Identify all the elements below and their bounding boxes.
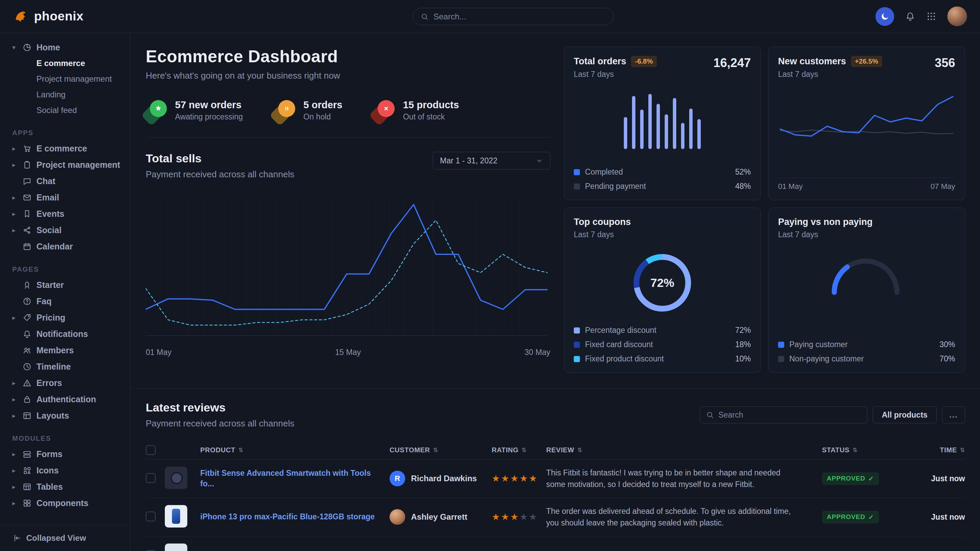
bar bbox=[640, 110, 644, 149]
sidebar-item-calendar[interactable]: Calendar bbox=[0, 238, 130, 254]
sort-icon: ⇅ bbox=[522, 446, 527, 454]
column-header-rating[interactable]: RATING⇅ bbox=[492, 446, 546, 454]
sidebar-item-faq[interactable]: Faq bbox=[0, 293, 130, 310]
total-sells-chart: 01 May15 May30 May bbox=[146, 193, 550, 357]
sidebar-item-label: Layouts bbox=[37, 411, 69, 421]
sidebar-item-label: Events bbox=[37, 209, 64, 219]
sidebar-item-email[interactable]: ▸Email bbox=[0, 189, 130, 206]
sidebar-item-label: Project management bbox=[37, 160, 120, 170]
card-title: Top coupons bbox=[574, 217, 631, 227]
hero-stats: 57 new ordersAwating processing5 ordersO… bbox=[146, 99, 550, 138]
sidebar-item-layouts[interactable]: ▸Layouts bbox=[0, 407, 130, 424]
notifications-button[interactable] bbox=[905, 11, 915, 21]
sidebar-item-pricing[interactable]: ▸Pricing bbox=[0, 310, 130, 326]
theme-toggle-button[interactable] bbox=[875, 7, 894, 26]
stat-caption: Awating processing bbox=[175, 112, 243, 122]
stat-caption: On hold bbox=[304, 112, 342, 122]
row-checkbox[interactable] bbox=[146, 473, 156, 483]
row-checkbox[interactable] bbox=[146, 550, 156, 551]
sidebar-item-project-management[interactable]: ▸Project management bbox=[0, 157, 130, 173]
all-products-button[interactable]: All products bbox=[873, 407, 937, 423]
calendar-icon bbox=[22, 242, 32, 251]
collapse-view-toggle[interactable]: Collapsed View bbox=[0, 525, 130, 551]
star-icon: ★ bbox=[501, 512, 510, 522]
column-header-status[interactable]: STATUS⇅ bbox=[822, 446, 907, 454]
user-avatar[interactable] bbox=[947, 6, 967, 26]
sidebar-item-notifications[interactable]: Notifications bbox=[0, 326, 130, 342]
stat-caption: Out of stock bbox=[403, 112, 459, 122]
star-icon: ★ bbox=[492, 512, 501, 522]
sidebar-item-label: Forms bbox=[37, 449, 62, 459]
product-link[interactable]: Fitbit Sense Advanced Smartwatch with To… bbox=[200, 468, 390, 489]
legend-row: Fixed product discount10% bbox=[574, 354, 751, 364]
sidebar-item-label: Home bbox=[37, 43, 60, 52]
chat-icon bbox=[22, 177, 32, 186]
sidebar-item-components[interactable]: ▸Components bbox=[0, 495, 130, 511]
global-search[interactable] bbox=[413, 8, 614, 25]
rating-stars: ★★★★★ bbox=[492, 511, 546, 522]
rating-stars: ★★★★★ bbox=[492, 473, 546, 484]
sidebar-item-members[interactable]: Members bbox=[0, 342, 130, 358]
sidebar-item-starter[interactable]: Starter bbox=[0, 277, 130, 293]
sidebar-item-tables[interactable]: ▸Tables bbox=[0, 478, 130, 495]
table-row: iPhone 13 pro max-Pacific Blue-128GB sto… bbox=[146, 498, 965, 537]
date-range-select[interactable]: Mar 1 - 31, 2022 bbox=[433, 152, 550, 170]
more-options-button[interactable]: ... bbox=[942, 407, 965, 423]
check-icon: ✓ bbox=[868, 475, 874, 483]
apps-grid-button[interactable] bbox=[926, 11, 936, 21]
stat-value: 5 orders bbox=[304, 99, 342, 111]
legend-value: 18% bbox=[735, 340, 751, 349]
product-link[interactable]: iPhone 13 pro max-Pacific Blue-128GB sto… bbox=[200, 511, 390, 522]
paying-legend: Paying customer30%Non-paying customer70% bbox=[778, 331, 955, 364]
x-axis-label: 15 May bbox=[335, 348, 361, 357]
select-all-checkbox[interactable] bbox=[146, 445, 156, 455]
card-period: Last 7 days bbox=[778, 230, 873, 239]
brand[interactable]: phoenix bbox=[13, 8, 83, 24]
sidebar-item-authentication[interactable]: ▸Authentication bbox=[0, 391, 130, 407]
row-checkbox[interactable] bbox=[146, 511, 156, 521]
question-icon bbox=[22, 297, 32, 306]
moon-icon bbox=[880, 12, 889, 21]
legend-value: 30% bbox=[939, 340, 955, 349]
x-axis-label: 01 May bbox=[146, 348, 171, 357]
review-text: The order was delivered ahead of schedul… bbox=[546, 505, 822, 529]
paying-vs-non-paying-card: Paying vs non paying Last 7 days Paying … bbox=[768, 208, 965, 373]
sidebar-item-timeline[interactable]: Timeline bbox=[0, 358, 130, 375]
sidebar-item-forms[interactable]: ▸Forms bbox=[0, 446, 130, 462]
sidebar-item-label: Icons bbox=[37, 465, 59, 475]
product-image[interactable] bbox=[165, 467, 187, 489]
sidebar-item-social[interactable]: ▸Social bbox=[0, 222, 130, 238]
reviews-search-input[interactable] bbox=[719, 410, 861, 420]
customer-avatar: R bbox=[390, 471, 405, 486]
sidebar-item-project-management[interactable]: Project management bbox=[0, 71, 130, 87]
sidebar-item-icons[interactable]: ▸Icons bbox=[0, 462, 130, 478]
x-axis-label: 01 May bbox=[778, 182, 803, 191]
bar bbox=[681, 123, 684, 149]
caret-down-icon: ▾ bbox=[12, 44, 22, 51]
column-header-time[interactable]: TIME⇅ bbox=[907, 446, 965, 454]
product-image[interactable] bbox=[165, 505, 187, 527]
share-icon bbox=[22, 225, 32, 235]
bell-icon bbox=[22, 329, 32, 339]
sidebar-item-chat[interactable]: Chat bbox=[0, 173, 130, 189]
search-icon bbox=[706, 411, 714, 419]
product-image bbox=[165, 543, 187, 551]
column-header-customer[interactable]: CUSTOMER⇅ bbox=[390, 446, 492, 454]
sidebar-item-social-feed[interactable]: Social feed bbox=[0, 102, 130, 118]
card-period: Last 7 days bbox=[574, 230, 631, 239]
reviews-search[interactable] bbox=[700, 407, 867, 423]
column-header-review[interactable]: REVIEW⇅ bbox=[546, 446, 822, 454]
legend-label: Non-paying customer bbox=[789, 354, 864, 364]
sidebar-item-events[interactable]: ▸Events bbox=[0, 206, 130, 222]
search-input[interactable] bbox=[433, 12, 606, 21]
column-header-product[interactable]: PRODUCT⇅ bbox=[200, 446, 390, 454]
review-time: Just now bbox=[931, 513, 965, 522]
new-customers-card: New customers +26.5% Last 7 days 356 01 … bbox=[768, 47, 965, 200]
legend-row: Fixed card discount18% bbox=[574, 340, 751, 349]
sidebar-item-e-commerce[interactable]: ▸E commerce bbox=[0, 140, 130, 157]
sidebar-item-landing[interactable]: Landing bbox=[0, 87, 130, 102]
sidebar-item-e-commerce[interactable]: E commerce bbox=[0, 56, 130, 71]
sidebar-item-errors[interactable]: ▸Errors bbox=[0, 375, 130, 391]
sidebar-item-home[interactable]: ▾Home bbox=[0, 39, 130, 56]
caret-right-icon: ▸ bbox=[12, 210, 22, 218]
